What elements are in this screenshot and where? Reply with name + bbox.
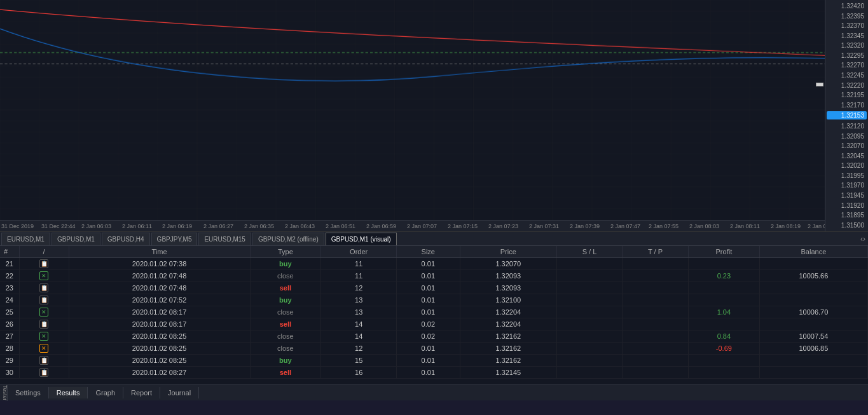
- time-label-14: 2 Jan 07:39: [570, 223, 600, 229]
- row-page-icon: 📋: [39, 356, 48, 365]
- price-label-14: 1.32045: [827, 153, 867, 160]
- cell-balance: [759, 318, 867, 330]
- cell-tp: [622, 367, 688, 379]
- tab-eurusd-m1[interactable]: EURUSD,M1: [1, 233, 50, 245]
- table-row[interactable]: 27 ✕ 2020.01.02 08:25 close 14 0.02 1.32…: [0, 330, 868, 343]
- cell-balance: 10006.85: [759, 343, 867, 355]
- tab-settings[interactable]: Settings: [8, 387, 49, 398]
- cell-time: 2020.01.02 07:48: [69, 270, 250, 282]
- cell-price: 1.32093: [460, 270, 556, 282]
- cell-profit: 0.84: [689, 330, 760, 343]
- time-label-2: 2 Jan 06:03: [81, 223, 111, 229]
- tab-report[interactable]: Report: [123, 387, 160, 398]
- cell-id: 26: [0, 318, 19, 330]
- cell-size: 0.01: [397, 355, 460, 367]
- cell-price: 1.32204: [460, 318, 556, 330]
- tab-gbpusd-m1[interactable]: GBPUSD,M1: [52, 233, 100, 245]
- cell-icon: 📋: [19, 318, 69, 330]
- price-label-3: 1.32345: [827, 32, 867, 39]
- price-label-1: 1.32395: [827, 13, 867, 20]
- tab-gbpusd-h4[interactable]: GBPUSD,H4: [102, 233, 150, 245]
- data-table-container[interactable]: # / Time Type Order Size Price S / L T /…: [0, 246, 868, 384]
- cell-type: close: [250, 270, 321, 282]
- time-label-13: 2 Jan 07:31: [529, 223, 559, 229]
- cell-size: 0.01: [397, 270, 460, 282]
- row-page-icon: 📋: [39, 259, 48, 268]
- col-id: #: [0, 246, 19, 258]
- cell-profit: -0.69: [689, 343, 760, 355]
- table-row[interactable]: 22 ✕ 2020.01.02 07:48 close 11 0.01 1.32…: [0, 270, 868, 282]
- cell-profit: [689, 258, 760, 270]
- table-row[interactable]: 30 📋 2020.01.02 08:27 sell 16 0.01 1.321…: [0, 367, 868, 379]
- cell-tp: [622, 282, 688, 294]
- cell-id: 28: [0, 343, 19, 355]
- cell-order: 12: [321, 343, 397, 355]
- price-label-4: 1.32320: [827, 42, 867, 49]
- col-tp: T / P: [622, 246, 688, 258]
- cell-balance: [759, 258, 867, 270]
- price-label-9: 1.32195: [827, 92, 867, 99]
- table-row[interactable]: 26 📋 2020.01.02 08:17 sell 14 0.02 1.322…: [0, 318, 868, 330]
- time-label-20: 2 Jan 08:27: [808, 223, 825, 229]
- table-row[interactable]: 25 ✕ 2020.01.02 08:17 close 13 0.01 1.32…: [0, 306, 868, 318]
- cell-icon: ✕: [19, 306, 69, 318]
- row-page-icon: 📋: [39, 283, 48, 292]
- cell-order: 11: [321, 270, 397, 282]
- tab-gbpusd-m2-offline[interactable]: GBPUSD,M2 (offline): [252, 233, 324, 245]
- row-close-icon: ✕: [39, 271, 48, 280]
- tab-gbpjpy-m5[interactable]: GBPJPY,M5: [151, 233, 198, 245]
- cell-icon: 📋: [19, 355, 69, 367]
- chart-canvas[interactable]: [0, 0, 868, 231]
- vertical-scale-label[interactable]: [816, 83, 823, 86]
- cell-balance: [759, 294, 867, 306]
- cell-time: 2020.01.02 07:52: [69, 294, 250, 306]
- price-scale: 1.32420 1.32395 1.32370 1.32345 1.32320 …: [825, 0, 868, 231]
- cell-tp: [622, 258, 688, 270]
- time-label-0: 31 Dec 2019: [1, 223, 34, 229]
- price-label-top: 1.32420: [827, 3, 867, 10]
- tab-results[interactable]: Results: [49, 387, 88, 398]
- row-page-icon: 📋: [39, 368, 48, 377]
- price-label-8: 1.32220: [827, 82, 867, 89]
- cell-id: 30: [0, 367, 19, 379]
- cell-profit: [689, 318, 760, 330]
- price-label-12: 1.32095: [827, 133, 867, 140]
- col-time: Time: [69, 246, 250, 258]
- tab-gbpusd-m1-visual[interactable]: GBPUSD,M1 (visual): [326, 233, 397, 245]
- cell-sl: [556, 306, 622, 318]
- cell-order: 15: [321, 355, 397, 367]
- cell-time: 2020.01.02 08:17: [69, 318, 250, 330]
- cell-size: 0.01: [397, 282, 460, 294]
- table-row[interactable]: 23 📋 2020.01.02 07:48 sell 12 0.01 1.320…: [0, 282, 868, 294]
- price-label-bot: 1.31500: [827, 222, 867, 229]
- time-label-6: 2 Jan 06:35: [244, 223, 274, 229]
- cell-tp: [622, 343, 688, 355]
- cell-type: sell: [250, 318, 321, 330]
- cell-icon: ✕: [19, 343, 69, 355]
- cell-order: 13: [321, 306, 397, 318]
- cell-profit: [689, 367, 760, 379]
- cell-time: 2020.01.02 08:25: [69, 355, 250, 367]
- table-row[interactable]: 24 📋 2020.01.02 07:52 buy 13 0.01 1.3210…: [0, 294, 868, 306]
- row-close-icon: ✕: [39, 344, 48, 353]
- table-row[interactable]: 21 📋 2020.01.02 07:38 buy 11 0.01 1.3207…: [0, 258, 868, 270]
- tab-graph[interactable]: Graph: [88, 387, 123, 398]
- price-label-16: 1.31995: [827, 172, 867, 179]
- cell-sl: [556, 355, 622, 367]
- table-row[interactable]: 28 ✕ 2020.01.02 08:25 close 12 0.01 1.32…: [0, 343, 868, 355]
- tab-journal[interactable]: Journal: [160, 387, 199, 398]
- tab-nav[interactable]: ‹ ›: [860, 233, 868, 245]
- tab-eurusd-m15[interactable]: EURUSD,M15: [198, 233, 251, 245]
- cell-sl: [556, 282, 622, 294]
- price-label-10: 1.32170: [827, 102, 867, 109]
- tab-next-icon[interactable]: ›: [863, 235, 865, 243]
- table-row[interactable]: 29 📋 2020.01.02 08:25 buy 15 0.01 1.3216…: [0, 355, 868, 367]
- cell-balance: [759, 367, 867, 379]
- cell-time: 2020.01.02 08:17: [69, 306, 250, 318]
- cell-size: 0.02: [397, 330, 460, 343]
- tester-label: Tester: [3, 385, 8, 401]
- price-label-2: 1.32370: [827, 22, 867, 29]
- cell-icon: ✕: [19, 270, 69, 282]
- cell-price: 1.32162: [460, 330, 556, 343]
- time-label-15: 2 Jan 07:47: [610, 223, 640, 229]
